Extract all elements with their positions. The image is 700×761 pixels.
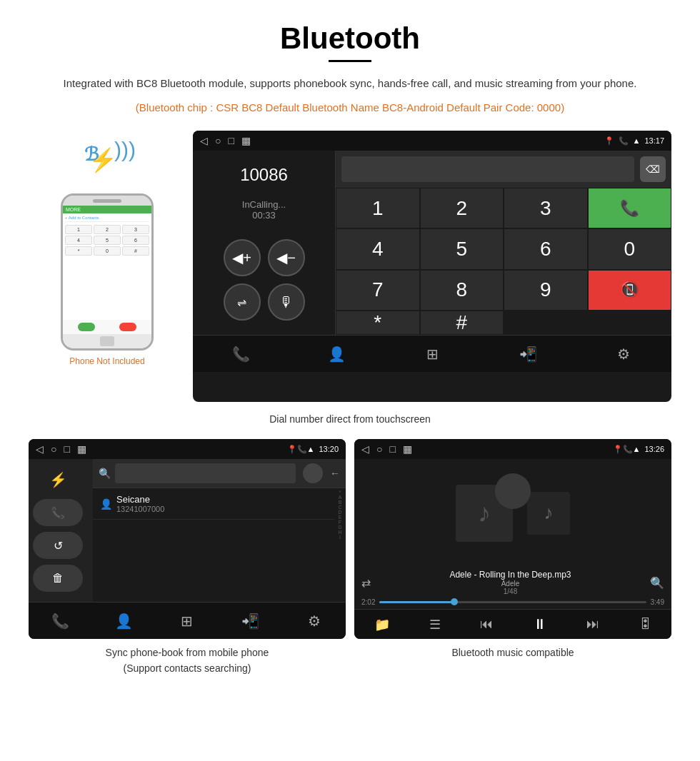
music-screenshot-icon: ▦ xyxy=(403,443,412,455)
equalizer-button[interactable]: 🎛 xyxy=(639,617,651,632)
pb-back-icon: ◁ xyxy=(36,443,44,455)
pb-nav-transfer[interactable]: 📲 xyxy=(235,605,266,637)
delete-button[interactable]: ⌫ xyxy=(640,156,666,182)
keypad-grid: 1 2 3 📞 4 5 6 0 7 8 9 📵 xyxy=(336,188,671,311)
pb-time: 13:20 xyxy=(319,445,339,453)
play-pause-button[interactable]: ⏸ xyxy=(533,616,547,633)
pb-nav-grid[interactable]: ⊞ xyxy=(171,605,203,637)
keypad-row-4: * # xyxy=(336,311,671,335)
calling-label: InCalling... xyxy=(242,199,286,210)
phone-mockup: MORE + Add to Contacts 1 2 3 4 5 6 * 0 # xyxy=(61,193,154,351)
key-9[interactable]: 9 xyxy=(504,270,588,311)
key-star[interactable]: * xyxy=(336,311,420,335)
phonebook-row: ⚡ 📞 ↺ 🗑 🔍 ← xyxy=(29,459,346,602)
alpha-h: H xyxy=(338,530,341,535)
key-8[interactable]: 8 xyxy=(420,270,504,311)
music-note-sm-icon: ♪ xyxy=(544,502,554,524)
alpha-d: D xyxy=(338,510,341,515)
phone-keypad: 1 2 3 4 5 6 * 0 # xyxy=(65,225,149,256)
music-content: ♪ ♪ ⇄ Adele - Rolling In the Deep.mp3 Ad… xyxy=(354,459,671,639)
current-time: 2:02 xyxy=(361,598,375,606)
status-right: 📍 📞 ▲ 13:17 xyxy=(604,136,664,146)
list-button[interactable]: ☰ xyxy=(429,617,441,633)
volume-down-button[interactable]: ◀− xyxy=(268,239,305,276)
back-nav-icon: ◁ xyxy=(200,135,208,146)
music-recents-icon: □ xyxy=(389,443,395,455)
nav-contacts[interactable]: 👤 xyxy=(321,338,352,370)
pb-delete-button[interactable]: 🗑 xyxy=(33,565,83,592)
call-icon: 📞 xyxy=(619,136,629,146)
dial-status-bar: ◁ ○ □ ▦ 📍 📞 ▲ 13:17 xyxy=(193,131,671,151)
contact-name: Seicane xyxy=(116,494,164,505)
pb-nav-calls[interactable]: 📞 xyxy=(44,605,76,637)
music-main-area: ♪ ♪ xyxy=(354,459,671,567)
pb-nav: ◁ ○ □ ▦ xyxy=(36,443,86,455)
end-call-button[interactable]: 📵 xyxy=(588,270,672,311)
pb-sync-button[interactable]: ↺ xyxy=(33,532,83,559)
progress-dot xyxy=(451,598,458,605)
dial-content: 10086 InCalling... 00:33 ◀+ ◀− ⇌ 🎙 ⌫ 1 xyxy=(193,151,671,335)
key-6[interactable]: 6 xyxy=(504,228,588,269)
artist-name: Adele xyxy=(449,580,571,588)
key-hash[interactable]: # xyxy=(420,311,504,335)
music-controls: 📁 ☰ ⏮ ⏸ ⏭ 🎛 xyxy=(354,609,671,639)
bt-logo-icon: ℬ xyxy=(84,143,99,166)
mic-button[interactable]: 🎙 xyxy=(268,283,305,321)
pb-sidebar: ⚡ 📞 ↺ 🗑 xyxy=(29,459,93,602)
nav-calls[interactable]: 📞 xyxy=(225,338,256,370)
pb-contact-list: 👤 Seicane 13241007000 xyxy=(93,488,334,602)
pb-bluetooth-icon: ⚡ xyxy=(33,466,83,493)
call-button[interactable]: 📞 xyxy=(588,188,672,228)
bluetooth-info: (Bluetooth chip : CSR BC8 Default Blueto… xyxy=(29,99,671,116)
top-section: ⚡ ))) ℬ MORE + Add to Contacts 1 2 3 4 5… xyxy=(29,131,671,402)
phone-home-button xyxy=(100,336,114,346)
music-screen: ◁ ○ □ ▦ 📍📞▲ 13:26 ♪ xyxy=(354,439,671,639)
nav-transfer[interactable]: 📲 xyxy=(512,338,544,370)
song-title: Adele - Rolling In the Deep.mp3 xyxy=(449,570,571,580)
pb-nav-settings[interactable]: ⚙ xyxy=(299,605,330,637)
phone-key-star: * xyxy=(65,246,92,256)
next-button[interactable]: ⏭ xyxy=(586,617,599,632)
transfer-button[interactable]: ⇌ xyxy=(224,283,261,321)
call-timer: 00:33 xyxy=(252,210,276,221)
status-nav: ◁ ○ □ ▦ xyxy=(200,135,251,146)
bottom-section: ◁ ○ □ ▦ 📍📞▲ 13:20 ⚡ 📞 ↺ 🗑 xyxy=(29,439,671,677)
key-1[interactable]: 1 xyxy=(336,188,420,228)
pb-nav-contacts[interactable]: 👤 xyxy=(108,605,139,637)
phone-call-bar: MORE xyxy=(63,206,151,213)
key-0[interactable]: 0 xyxy=(588,228,672,269)
key-7[interactable]: 7 xyxy=(336,270,420,311)
phone-key-2: 2 xyxy=(94,225,121,234)
music-status-right: 📍📞▲ 13:26 xyxy=(613,445,664,454)
phone-bottom-buttons xyxy=(63,320,151,334)
phone-key-0: 0 xyxy=(94,246,121,256)
title-divider xyxy=(329,60,371,62)
phone-key-6: 6 xyxy=(122,236,149,245)
key-2[interactable]: 2 xyxy=(420,188,504,228)
key-3[interactable]: 3 xyxy=(504,188,588,228)
key-4[interactable]: 4 xyxy=(336,228,420,269)
recents-nav-icon: □ xyxy=(228,135,234,146)
pb-main-area: 👤 Seicane 13241007000 * A xyxy=(93,488,346,602)
prev-button[interactable]: ⏮ xyxy=(480,617,493,632)
dial-input-display xyxy=(341,156,634,182)
music-album-art-sm: ♪ xyxy=(527,492,570,535)
pb-contact-item[interactable]: 👤 Seicane 13241007000 xyxy=(93,488,334,520)
alpha-c: C xyxy=(338,505,341,510)
phone-home-area xyxy=(63,334,151,348)
music-signal: 📍📞▲ xyxy=(613,445,641,454)
music-search-icon[interactable]: 🔍 xyxy=(650,576,664,590)
music-info-area: ⇄ Adele - Rolling In the Deep.mp3 Adele … xyxy=(354,567,671,609)
folder-button[interactable]: 📁 xyxy=(374,617,390,633)
volume-up-button[interactable]: ◀+ xyxy=(224,239,261,276)
key-5[interactable]: 5 xyxy=(420,228,504,269)
shuffle-icon[interactable]: ⇄ xyxy=(361,576,371,590)
nav-grid[interactable]: ⊞ xyxy=(416,338,448,370)
phone-key-5: 5 xyxy=(94,236,121,245)
phone-not-included-label: Phone Not Included xyxy=(69,356,144,366)
pb-search-bar[interactable] xyxy=(115,463,296,483)
alpha-i: I xyxy=(339,535,341,540)
music-center-dot xyxy=(495,473,531,509)
pb-phone-button[interactable]: 📞 xyxy=(33,499,83,526)
nav-settings[interactable]: ⚙ xyxy=(608,338,639,370)
